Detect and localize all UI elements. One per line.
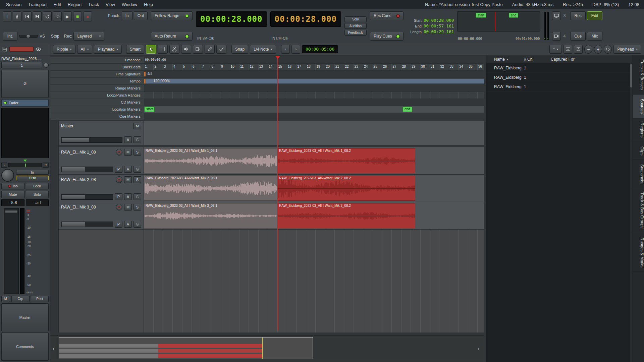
record-button[interactable]: ● bbox=[83, 11, 92, 21]
phase-invert-button[interactable]: Ø bbox=[1, 70, 49, 98]
track-group-button[interactable]: G bbox=[133, 193, 141, 200]
tab-mixer[interactable]: Mix bbox=[587, 32, 602, 41]
track-mute-button[interactable]: M bbox=[124, 149, 132, 156]
right-tab-sources[interactable]: Sources bbox=[633, 95, 644, 118]
mute-button[interactable]: Mute bbox=[1, 191, 24, 198]
pan-bar[interactable] bbox=[8, 163, 42, 167]
secondary-clock-source[interactable]: INT/M-Clk bbox=[270, 36, 341, 41]
track-fader[interactable] bbox=[61, 167, 113, 172]
input-button[interactable]: 1 bbox=[1, 62, 42, 68]
record-arm-button[interactable] bbox=[116, 149, 122, 156]
end-marker[interactable]: end bbox=[402, 107, 412, 112]
track-automation-button[interactable]: A bbox=[124, 221, 132, 228]
cd-markers-ruler[interactable] bbox=[144, 99, 484, 106]
shrink-tracks-button[interactable] bbox=[564, 45, 572, 54]
grid-unit-dropdown[interactable]: 1/4 Note▾ bbox=[250, 45, 276, 54]
smart-mode-button[interactable]: Smart bbox=[126, 45, 144, 54]
mini-timeline-strip[interactable]: start end bbox=[457, 11, 540, 32]
goto-start-button[interactable] bbox=[23, 11, 32, 21]
peak-display[interactable]: -inf bbox=[26, 199, 49, 206]
menu-item-window[interactable]: Window bbox=[118, 2, 141, 7]
nudge-forward-button[interactable]: › bbox=[291, 45, 300, 54]
bars-beats-ruler[interactable]: 1234567891011121314151617181920212223242… bbox=[144, 64, 484, 71]
right-tab-regions[interactable]: Regions bbox=[633, 118, 644, 142]
track-header[interactable]: RAW_Ei...Mik 2_08MSPAG bbox=[59, 175, 144, 202]
post-button[interactable]: Post bbox=[31, 296, 49, 302]
tab-recorder[interactable]: Rec bbox=[570, 11, 586, 20]
menu-item-track[interactable]: Track bbox=[85, 2, 102, 7]
master-automation-button[interactable]: A bbox=[124, 136, 132, 143]
track-content[interactable]: RAW_Eidsberg_2023-03_All-I-Want_Mik 2_08… bbox=[144, 175, 484, 202]
summary-strip[interactable]: ‹ › bbox=[50, 335, 484, 361]
audio-region-selected[interactable]: RAW_Eidsberg_2023-03_All-I-Want_Mik 2_08… bbox=[277, 176, 415, 201]
play-cues-button[interactable]: Play Cues bbox=[370, 32, 404, 41]
tempo-value[interactable]: 120.000/4 bbox=[153, 79, 170, 83]
right-tab-tracks-busses[interactable]: Tracks & Busses bbox=[633, 55, 644, 95]
stop-button[interactable]: ■ bbox=[73, 11, 82, 21]
playhead-marker-icon[interactable] bbox=[275, 56, 280, 59]
record-arm-button[interactable] bbox=[116, 176, 122, 183]
punch-out-button[interactable]: Out bbox=[134, 11, 148, 20]
marker-visibility-dropdown[interactable]: *▾ bbox=[549, 45, 562, 54]
expand-tracks-button[interactable] bbox=[574, 45, 583, 54]
track-content[interactable]: RAW_Eidsberg_2023-03_All-I-Want_Mik 3_08… bbox=[144, 202, 484, 229]
right-tab-snapshots[interactable]: Snapshots bbox=[633, 160, 644, 188]
track-solo-button[interactable]: S bbox=[133, 204, 141, 210]
rec-cues-button[interactable]: Rec Cues bbox=[370, 11, 404, 20]
mini-timeline[interactable]: start end 00:00:00.000 00:01:00.000 bbox=[457, 11, 540, 41]
master-track-header[interactable]: MasterMAG bbox=[59, 121, 144, 145]
track-header[interactable]: RAW_Ei...Mik 3_08MSPAG bbox=[59, 202, 144, 229]
range-length-value[interactable]: 00:00:29.161 bbox=[424, 29, 454, 34]
track-automation-button[interactable]: A bbox=[124, 166, 132, 173]
track-automation-button[interactable]: A bbox=[124, 193, 132, 200]
sync-source-button[interactable]: Int. bbox=[3, 32, 17, 41]
tool-stretch-button[interactable] bbox=[193, 45, 203, 54]
nav-waveform-thumb[interactable] bbox=[9, 47, 34, 52]
track-fader[interactable] bbox=[61, 222, 113, 227]
trim-knob[interactable] bbox=[44, 63, 49, 68]
mini-start-marker[interactable]: start bbox=[476, 13, 486, 18]
right-tab-ranges-marks[interactable]: Ranges & Marks bbox=[633, 233, 644, 272]
track-mute-button[interactable]: M bbox=[124, 176, 132, 183]
primary-clock[interactable]: 00:00:28.000 bbox=[196, 11, 267, 27]
monitor-input-button[interactable]: In bbox=[16, 170, 49, 175]
processor-active-led[interactable] bbox=[4, 101, 7, 104]
column-name[interactable]: Name▾ bbox=[486, 57, 523, 62]
snap-mode-button[interactable]: Snap bbox=[231, 45, 248, 54]
punch-in-button[interactable]: In bbox=[122, 11, 132, 20]
source-row[interactable]: RAW_Eidsberg1 bbox=[486, 63, 633, 73]
column-captured-for[interactable]: Captured For bbox=[549, 57, 633, 62]
tool-edit-button[interactable] bbox=[216, 45, 226, 54]
menu-item-transport[interactable]: Transport bbox=[25, 2, 50, 7]
cue-markers-ruler[interactable] bbox=[144, 113, 484, 120]
zoom-in-button[interactable]: + bbox=[594, 45, 602, 54]
play-button[interactable]: ▶ bbox=[63, 11, 72, 21]
midi-panic-button[interactable]: ! bbox=[3, 11, 11, 21]
track-group-button[interactable]: G bbox=[133, 221, 141, 228]
menu-item-view[interactable]: View bbox=[102, 2, 118, 7]
audio-region[interactable]: RAW_Eidsberg_2023-03_All-I-Want_Mik 1_08… bbox=[144, 148, 277, 173]
ruler-label-cd-markers[interactable]: CD Markers bbox=[50, 99, 144, 106]
shuttle-handle[interactable] bbox=[26, 34, 30, 38]
master-strip-button[interactable]: Master bbox=[1, 303, 49, 331]
metronome-button[interactable] bbox=[13, 11, 21, 21]
solo-button[interactable]: Solo bbox=[26, 191, 49, 198]
summary-scroll-right[interactable]: › bbox=[475, 341, 481, 357]
range-markers-ruler[interactable] bbox=[144, 85, 484, 92]
track-fader[interactable] bbox=[61, 194, 113, 200]
grid-scope-dropdown[interactable]: All▾ bbox=[77, 45, 93, 54]
ruler-label-location-markers[interactable]: Location Markers bbox=[50, 106, 144, 113]
fader-processor[interactable]: Fader bbox=[1, 99, 49, 107]
playlist-button[interactable]: P bbox=[115, 193, 122, 200]
master-mute-button[interactable]: M bbox=[133, 123, 141, 129]
auto-return-button[interactable]: Auto Return bbox=[151, 32, 193, 41]
time-signature-ruler[interactable]: 4/4 bbox=[144, 71, 484, 78]
playhead[interactable] bbox=[277, 57, 278, 330]
ruler-label-range-markers[interactable]: Range Markers bbox=[50, 85, 144, 92]
gain-fader-handle[interactable] bbox=[5, 210, 18, 213]
timecode-ruler[interactable]: 00:00:00:00 bbox=[144, 57, 484, 64]
ruler-label-tempo[interactable]: Tempo bbox=[50, 78, 144, 85]
goto-end-button[interactable] bbox=[33, 11, 42, 21]
tool-audition-button[interactable] bbox=[181, 45, 191, 54]
solo-isolate-button[interactable]: Iso bbox=[1, 183, 24, 189]
